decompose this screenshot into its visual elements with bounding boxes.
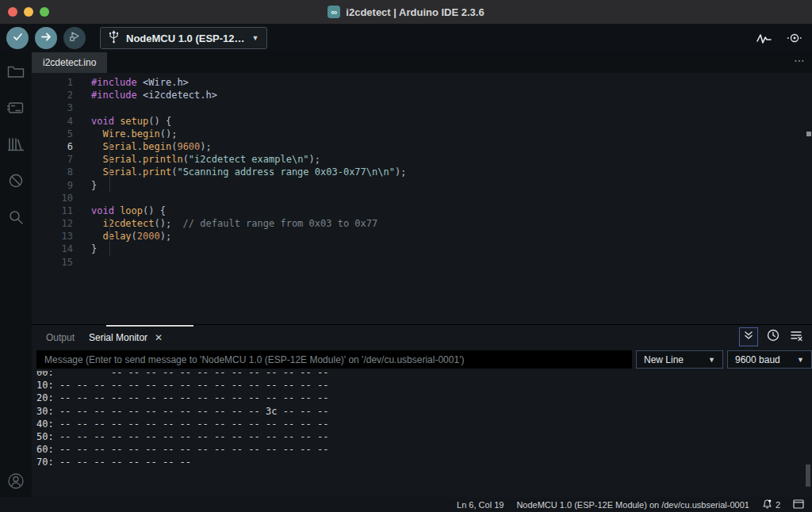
line-number: 9: [32, 179, 91, 192]
baud-rate-dropdown[interactable]: 9600 baud ▼: [727, 350, 812, 369]
serial-output-line: 60: -- -- -- -- -- -- -- -- -- -- -- -- …: [36, 443, 812, 456]
line-number: 7: [32, 153, 91, 166]
clock-icon: [767, 329, 779, 345]
code-line[interactable]: 1#include <Wire.h>: [32, 76, 812, 89]
line-number: 14: [32, 243, 91, 255]
tab-serial-monitor[interactable]: Serial Monitor✕: [89, 332, 163, 343]
debug-button[interactable]: [63, 27, 86, 49]
serial-message-input[interactable]: [36, 350, 632, 369]
code-line[interactable]: 6 Serial.begin(9600);: [32, 140, 812, 153]
double-chevron-down-icon: [743, 330, 754, 344]
line-number: 2: [32, 89, 91, 101]
serial-output-line: 20: -- -- -- -- -- -- -- -- -- -- -- -- …: [36, 392, 812, 404]
debug-icon: [68, 30, 81, 46]
line-number: 4: [32, 115, 91, 128]
line-ending-dropdown[interactable]: New Line ▼: [636, 350, 723, 369]
code-line[interactable]: 2#include <i2cdetect.h>: [32, 89, 812, 101]
line-number: 3: [32, 101, 91, 114]
line-number: 6: [32, 140, 91, 153]
code-line[interactable]: 4void setup() {: [32, 115, 812, 128]
line-number: 15: [32, 256, 91, 269]
editor-tabbar: i2cdetect.ino ⋯: [32, 52, 812, 73]
code-line[interactable]: 7 Serial.println("i2cdetect example\n");: [32, 153, 812, 166]
panel-tabbar: Output Serial Monitor✕: [32, 325, 812, 350]
tab-options-icon[interactable]: ⋯: [794, 54, 806, 67]
baud-rate-value: 9600 baud: [735, 354, 780, 365]
line-number: 12: [32, 217, 91, 230]
usb-icon: [109, 30, 119, 47]
line-ending-value: New Line: [644, 354, 684, 365]
serial-plotter-button[interactable]: [756, 30, 772, 46]
code-line[interactable]: 9}: [32, 179, 812, 192]
board-selector-dropdown[interactable]: NodeMCU 1.0 (ESP-12… ▼: [100, 27, 267, 49]
cursor-position[interactable]: Ln 6, Col 19: [457, 500, 504, 510]
zoom-window-button[interactable]: [40, 7, 49, 17]
titlebar: ∞ i2cdetect | Arduino IDE 2.3.6: [0, 0, 812, 24]
serial-monitor-tab-label: Serial Monitor: [89, 332, 147, 343]
serial-output-scrollbar[interactable]: [806, 464, 810, 487]
board-selector-label: NodeMCU 1.0 (ESP-12…: [126, 32, 245, 44]
indent-guide: [109, 128, 110, 192]
code-line[interactable]: 5 Wire.begin();: [32, 128, 812, 140]
tab-output[interactable]: Output: [46, 332, 75, 343]
serial-output-line: 50: -- -- -- -- -- -- -- -- -- -- -- -- …: [36, 430, 812, 443]
sketchbook-folder-icon[interactable]: [6, 62, 25, 81]
check-icon: [12, 31, 24, 46]
serial-monitor-controls: New Line ▼ 9600 baud ▼: [32, 350, 812, 371]
chevron-down-icon: ▼: [797, 356, 804, 364]
line-number: 13: [32, 230, 91, 243]
library-manager-icon[interactable]: [6, 135, 25, 154]
close-icon[interactable]: ✕: [155, 332, 163, 343]
indent-guide: [109, 217, 110, 256]
notification-count: 2: [776, 500, 780, 510]
boards-manager-icon[interactable]: [6, 98, 25, 117]
code-line[interactable]: 15: [32, 256, 812, 269]
line-number: 8: [32, 166, 91, 178]
autoscroll-toggle[interactable]: [739, 327, 758, 346]
line-number: 5: [32, 128, 91, 140]
line-number: 1: [32, 76, 91, 89]
bottom-panel: Output Serial Monitor✕: [32, 324, 812, 497]
arrow-right-icon: [40, 31, 52, 46]
clear-output-icon: [790, 329, 802, 345]
minimize-window-button[interactable]: [24, 7, 33, 17]
chevron-down-icon: ▼: [708, 356, 715, 364]
toolbar: NodeMCU 1.0 (ESP-12… ▼: [0, 24, 812, 52]
search-icon[interactable]: [6, 208, 25, 227]
serial-monitor-output[interactable]: 00: -- -- -- -- -- -- -- -- -- -- -- -- …: [32, 371, 812, 497]
code-line[interactable]: 12 i2cdetect(); // default range from 0x…: [32, 217, 812, 230]
line-number: 10: [32, 192, 91, 204]
debug-sidebar-icon[interactable]: [6, 171, 25, 190]
verify-button[interactable]: [6, 27, 29, 49]
notifications[interactable]: 2: [762, 498, 780, 512]
upload-button[interactable]: [35, 27, 57, 49]
code-line[interactable]: 11void loop() {: [32, 204, 812, 217]
code-line[interactable]: 14}: [32, 243, 812, 255]
tab-i2cdetect-ino[interactable]: i2cdetect.ino: [32, 52, 107, 73]
activity-sidebar: [0, 52, 32, 497]
serial-output-line: 00: -- -- -- -- -- -- -- -- -- -- -- -- …: [36, 371, 812, 379]
code-line[interactable]: 8 Serial.print("Scanning address range 0…: [32, 166, 812, 178]
code-line[interactable]: 13 delay(2000);: [32, 230, 812, 243]
account-icon[interactable]: [6, 472, 25, 491]
serial-monitor-button[interactable]: [787, 30, 802, 46]
line-number: 11: [32, 204, 91, 217]
traffic-lights: [8, 7, 49, 17]
chevron-down-icon: ▼: [252, 34, 259, 42]
clear-output-button[interactable]: [788, 329, 804, 345]
board-port-status[interactable]: NodeMCU 1.0 (ESP-12E Module) on /dev/cu.…: [516, 500, 749, 510]
serial-output-line: 70: -- -- -- -- -- -- -- --: [36, 456, 812, 468]
code-line[interactable]: 3: [32, 101, 812, 114]
bell-icon: [762, 498, 772, 512]
code-line[interactable]: 10: [32, 192, 812, 204]
serial-output-line: 10: -- -- -- -- -- -- -- -- -- -- -- -- …: [36, 379, 812, 392]
editor-scrollbar[interactable]: [806, 132, 811, 136]
timestamp-toggle[interactable]: [765, 329, 781, 345]
close-window-button[interactable]: [8, 7, 17, 17]
active-tab-indicator: [106, 325, 193, 327]
arduino-app-icon: ∞: [327, 6, 340, 18]
toggle-panel-icon[interactable]: [793, 498, 804, 512]
window-title: i2cdetect | Arduino IDE 2.3.6: [346, 6, 484, 18]
statusbar: Ln 6, Col 19 NodeMCU 1.0 (ESP-12E Module…: [0, 497, 812, 512]
code-editor[interactable]: 1#include <Wire.h>2#include <i2cdetect.h…: [32, 73, 812, 324]
